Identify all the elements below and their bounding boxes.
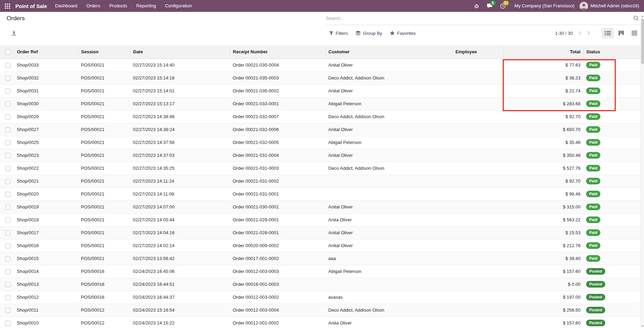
cell-order-ref[interactable]: Shop/0011 [14,304,78,316]
table-row[interactable]: Shop/0014 POS/00016 02/24/2023 16:45:06 … [0,265,641,278]
cell-customer[interactable] [325,188,452,200]
cell-receipt-number[interactable]: Order 00016-001-0003 [230,278,325,291]
cell-customer[interactable]: Abigail Peterson [325,265,452,278]
column-header-session[interactable]: Session [78,45,130,59]
cell-customer[interactable]: Anita Oliver [325,316,452,328]
messages-icon[interactable]: 5 [483,0,496,12]
cell-status[interactable]: Posted [583,278,641,291]
cell-status[interactable]: Paid [583,226,641,239]
row-checkbox[interactable] [5,308,10,313]
debug-bug-icon[interactable] [470,0,483,12]
select-all-checkbox[interactable] [5,49,10,55]
cell-receipt-number[interactable]: Order 00012-001-0002 [230,316,325,328]
row-checkbox[interactable] [5,89,10,94]
cell-status[interactable]: Paid [583,136,641,149]
menu-orders[interactable]: Orders [82,0,105,12]
table-row[interactable]: Shop/0010 POS/00012 02/24/2023 14:15:22 … [0,316,641,328]
cell-date[interactable]: 02/27/2023 14:11:08 [130,188,230,200]
cell-customer[interactable]: aaa [325,252,452,265]
row-checkbox[interactable] [5,230,10,236]
cell-employee[interactable] [452,188,503,200]
table-row[interactable]: Shop/0033 POS/00021 02/27/2023 15:14:40 … [0,59,641,71]
cell-customer[interactable]: Anital Oliver [325,226,452,239]
cell-customer[interactable] [325,278,452,291]
cell-employee[interactable] [452,97,503,110]
cell-order-ref[interactable]: Shop/0030 [14,97,78,110]
cell-date[interactable]: 02/24/2023 15:16:54 [130,304,230,316]
cell-employee[interactable] [452,136,503,149]
cell-customer[interactable] [325,175,452,188]
cell-employee[interactable] [452,149,503,162]
cell-total[interactable]: $ 92.70 [503,175,583,188]
row-checkbox[interactable] [5,63,10,68]
table-row[interactable]: Shop/0018 POS/00021 02/27/2023 14:05:44 … [0,213,641,226]
cell-total[interactable]: $ 315.00 [503,200,583,213]
list-view-button[interactable] [601,28,614,38]
table-row[interactable]: Shop/0017 POS/00021 02/27/2023 14:04:16 … [0,226,641,239]
vertical-scrollbar[interactable]: ▲ ▼ [641,14,644,328]
cell-receipt-number[interactable]: Order 00020-009-0002 [230,239,325,252]
cell-employee[interactable] [452,316,503,328]
row-checkbox[interactable] [5,218,10,223]
cell-employee[interactable] [452,175,503,188]
cell-receipt-number[interactable]: Order 00021-032-0006 [230,123,325,136]
cell-employee[interactable] [452,304,503,316]
cell-status[interactable]: Paid [583,188,641,200]
cell-session[interactable]: POS/00021 [78,200,130,213]
row-checkbox[interactable] [5,256,10,261]
cell-date[interactable]: 02/27/2023 14:37:03 [130,149,230,162]
table-row[interactable]: Shop/0021 POS/00021 02/27/2023 14:11:24 … [0,175,641,188]
cell-order-ref[interactable]: Shop/0032 [14,71,78,84]
cell-employee[interactable] [452,123,503,136]
column-header-status[interactable]: Status [583,45,641,59]
cell-receipt-number[interactable]: Order 00021-031-0003 [230,162,325,175]
cell-date[interactable]: 02/27/2023 14:11:24 [130,175,230,188]
cell-total[interactable]: $ 283.68 [503,97,583,110]
cell-receipt-number[interactable]: Order 00012-003-0003 [230,265,325,278]
row-checkbox[interactable] [5,140,10,145]
cell-customer[interactable]: Abigail Peterson [325,97,452,110]
cell-status[interactable]: Paid [583,123,641,136]
cell-total[interactable]: $ 197.00 [503,291,583,304]
cell-employee[interactable] [452,84,503,97]
cell-receipt-number[interactable]: Order 00012-003-0004 [230,304,325,316]
column-header-date[interactable]: Date [130,45,230,59]
cell-total[interactable]: $ 350.46 [503,149,583,162]
menu-configuration[interactable]: Configuration [160,0,196,12]
cell-status[interactable]: Paid [583,252,641,265]
scroll-up-icon[interactable]: ▲ [641,14,644,18]
cell-receipt-number[interactable]: Order 00021-031-0002 [230,175,325,188]
cell-date[interactable]: 02/27/2023 14:04:16 [130,226,230,239]
cell-order-ref[interactable]: Shop/0014 [14,265,78,278]
user-avatar[interactable] [579,2,588,10]
cell-date[interactable]: 02/24/2023 14:15:22 [130,316,230,328]
row-checkbox[interactable] [5,166,10,171]
cell-session[interactable]: POS/00021 [78,188,130,200]
search-input[interactable] [326,12,633,25]
cell-employee[interactable] [452,200,503,213]
cell-order-ref[interactable]: Shop/0031 [14,84,78,97]
cell-session[interactable]: POS/00016 [78,278,130,291]
cell-receipt-number[interactable]: Order 00021-032-0007 [230,110,325,123]
cell-total[interactable]: $ 98.46 [503,188,583,200]
cell-total[interactable]: $ 39.40 [503,252,583,265]
cell-status[interactable]: Paid [583,84,641,97]
cell-employee[interactable] [452,265,503,278]
cell-total[interactable]: $ 256.50 [503,304,583,316]
cell-order-ref[interactable]: Shop/0025 [14,136,78,149]
cell-date[interactable]: 02/24/2023 16:45:06 [130,265,230,278]
filters-button[interactable]: Filters [326,29,351,38]
cell-status[interactable]: Posted [583,291,641,304]
cell-order-ref[interactable]: Shop/0022 [14,162,78,175]
cell-session[interactable]: POS/00021 [78,110,130,123]
row-checkbox[interactable] [5,101,10,107]
cell-status[interactable]: Paid [583,59,641,71]
cell-session[interactable]: POS/00012 [78,316,130,328]
menu-dashboard[interactable]: Dashboard [51,0,82,12]
group-by-button[interactable]: Group By [352,29,385,38]
cell-total[interactable]: $ 212.76 [503,239,583,252]
cell-date[interactable]: 02/27/2023 14:07:00 [130,200,230,213]
cell-date[interactable]: 02/27/2023 14:38:24 [130,123,230,136]
row-checkbox[interactable] [5,192,10,197]
cell-status[interactable]: Posted [583,316,641,328]
